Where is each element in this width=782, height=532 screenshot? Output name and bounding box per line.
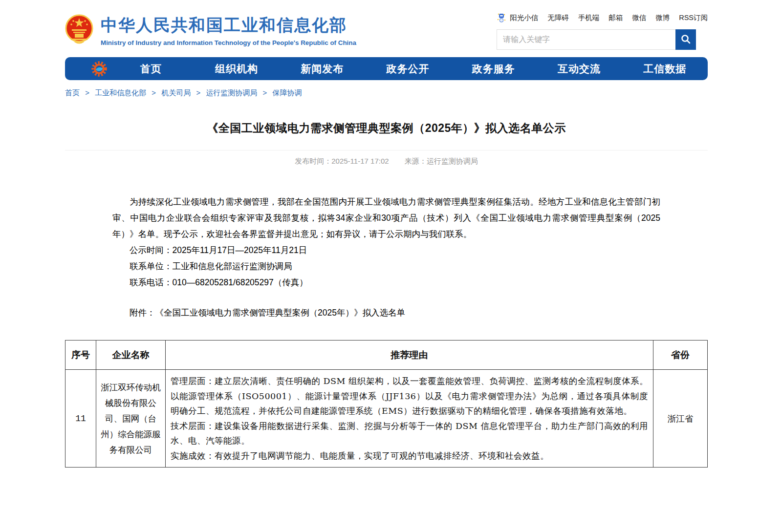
search-button[interactable] xyxy=(675,29,696,50)
breadcrumb-separator: > xyxy=(85,88,89,97)
nav-item-gov-services[interactable]: 政务服务 xyxy=(451,62,536,76)
attachment-line: 附件：《全国工业领域电力需求侧管理典型案例（2025年）》拟入选名单 xyxy=(112,307,660,319)
candidate-list-table: 序号 企业名称 推荐理由 省份 11 浙江双环传动机械股份有限公司、国网（台州）… xyxy=(65,340,708,468)
utility-link-wechat[interactable]: 微信 xyxy=(632,13,646,22)
province: 浙江省 xyxy=(653,370,708,468)
breadcrumb-separator: > xyxy=(196,88,200,97)
reason-technology: 技术层面：建设集设备用能数据进行采集、监测、挖掘与分析等于一体的 DSM 信息化… xyxy=(171,419,648,448)
publish-source: 来源：运行监测协调局 xyxy=(405,157,478,165)
breadcrumb-separator: > xyxy=(152,88,156,97)
breadcrumb-operation-bureau[interactable]: 运行监测协调局 xyxy=(206,88,257,97)
site-title: 中华人民共和国工业和信息化部 xyxy=(101,14,356,37)
site-header: 中华人民共和国工业和信息化部 Ministry of Industry and … xyxy=(65,0,708,50)
column-header-reason: 推荐理由 xyxy=(166,340,653,370)
article-paragraph: 为持续深化工业领域电力需求侧管理，我部在全国范围内开展工业领域电力需求侧管理典型… xyxy=(112,194,660,242)
search-bar xyxy=(497,29,696,50)
publish-info: 发布时间：2025-11-17 17:02 来源：运行监测协调局 xyxy=(65,157,708,166)
breadcrumb-departments[interactable]: 机关司局 xyxy=(161,88,191,97)
site-title-english: Ministry of Industry and Information Tec… xyxy=(101,39,356,46)
column-header-company: 企业名称 xyxy=(96,340,166,370)
row-number: 11 xyxy=(65,370,96,468)
title-divider xyxy=(65,150,708,150)
column-header-province: 省份 xyxy=(653,340,708,370)
breadcrumb-home[interactable]: 首页 xyxy=(65,88,80,97)
reason-results: 实施成效：有效提升了电网调节能力、电能质量，实现了可观的节电减排经济、环境和社会… xyxy=(171,448,648,464)
reason-management: 管理层面：建立层次清晰、责任明确的 DSM 组织架构，以及一套覆盖能效管理、负荷… xyxy=(171,374,648,419)
search-input[interactable] xyxy=(497,29,675,50)
utility-link-mail[interactable]: 邮箱 xyxy=(608,13,623,22)
utility-link-sunshine[interactable]: 阳光小信 xyxy=(510,13,538,22)
main-nav: 首页 组织机构 新闻发布 政务公开 政务服务 互动交流 工信数据 xyxy=(65,57,708,80)
nav-item-interaction[interactable]: 互动交流 xyxy=(536,62,622,76)
nav-item-news[interactable]: 新闻发布 xyxy=(280,62,365,76)
national-emblem-icon xyxy=(65,13,93,47)
nav-item-organization[interactable]: 组织机构 xyxy=(194,62,279,76)
header-tools: 阳光小信 无障碍 手机端 邮箱 微信 微博 RSS订阅 xyxy=(497,11,708,50)
nav-item-miit-data[interactable]: 工信数据 xyxy=(622,62,708,76)
table-header-row: 序号 企业名称 推荐理由 省份 xyxy=(65,340,708,370)
robot-mascot-icon xyxy=(497,12,506,23)
page-title: 《全国工业领域电力需求侧管理典型案例（2025年）》拟入选名单公示 xyxy=(65,121,708,136)
breadcrumb: 首页 > 工业和信息化部 > 机关司局 > 运行监测协调局 > 保障协调 xyxy=(65,88,708,98)
utility-link-weibo[interactable]: 微博 xyxy=(655,13,670,22)
company-name: 浙江双环传动机械股份有限公司、国网（台州）综合能源服务有限公司 xyxy=(96,370,166,468)
nav-item-home[interactable]: 首页 xyxy=(108,62,194,76)
search-icon xyxy=(680,34,691,46)
announcement-period: 公示时间：2025年11月17日—2025年11月21日 xyxy=(112,242,660,258)
table-row: 11 浙江双环传动机械股份有限公司、国网（台州）综合能源服务有限公司 管理层面：… xyxy=(65,370,708,468)
breadcrumb-miit[interactable]: 工业和信息化部 xyxy=(95,88,146,97)
column-header-no: 序号 xyxy=(65,340,96,370)
site-title-block: 中华人民共和国工业和信息化部 Ministry of Industry and … xyxy=(101,14,356,46)
breadcrumb-separator: > xyxy=(263,88,267,97)
contact-phone: 联系电话：010—68205281/68205297（传真） xyxy=(112,275,660,291)
site-brand[interactable]: 中华人民共和国工业和信息化部 Ministry of Industry and … xyxy=(65,11,356,50)
nav-item-gov-disclosure[interactable]: 政务公开 xyxy=(365,62,451,76)
utility-links: 阳光小信 无障碍 手机端 邮箱 微信 微博 RSS订阅 xyxy=(497,12,708,23)
gear-logo-icon xyxy=(90,60,108,78)
breadcrumb-support[interactable]: 保障协调 xyxy=(272,88,302,97)
page-container: 中华人民共和国工业和信息化部 Ministry of Industry and … xyxy=(65,0,708,468)
utility-link-rss[interactable]: RSS订阅 xyxy=(679,13,708,22)
recommendation-reason: 管理层面：建立层次清晰、责任明确的 DSM 组织架构，以及一套覆盖能效管理、负荷… xyxy=(166,370,653,468)
publish-time: 发布时间：2025-11-17 17:02 xyxy=(295,157,389,165)
utility-link-mobile[interactable]: 手机端 xyxy=(578,13,600,22)
contact-unit: 联系单位：工业和信息化部运行监测协调局 xyxy=(112,258,660,275)
contact-info: 公示时间：2025年11月17日—2025年11月21日 联系单位：工业和信息化… xyxy=(112,242,660,291)
utility-link-accessibility[interactable]: 无障碍 xyxy=(547,13,569,22)
